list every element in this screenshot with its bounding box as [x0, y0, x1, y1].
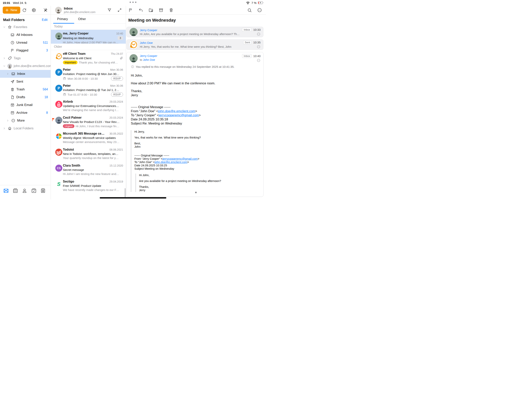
recipient-name[interactable]: John Doe	[143, 58, 155, 61]
list-item[interactable]: P PeterMon 30.06 Invitation: Project mee…	[51, 82, 126, 98]
email-link[interactable]: jerrycooperemc@gmail.com	[162, 157, 198, 160]
attachment-icon	[120, 56, 123, 60]
email-link[interactable]: john.doe@e.emclient.com	[158, 109, 195, 113]
inbox-tray-icon	[10, 32, 15, 37]
conversation-subject: Meeting on Wednesday	[126, 15, 266, 27]
tab-primary[interactable]: Primary	[52, 15, 73, 23]
avatar	[55, 32, 62, 39]
status-bar: 15:01 Wed 24. 9. 7 %	[0, 0, 266, 6]
expand-button[interactable]	[117, 8, 122, 13]
settings-gear-button[interactable]	[31, 8, 36, 13]
todoist-logo-icon	[55, 149, 62, 156]
sidebar-item-drafts[interactable]: Drafts 18	[0, 93, 51, 101]
sidebar-item-junk[interactable]: Junk Email	[0, 101, 51, 109]
list-item[interactable]: Cecil Palmer20.03.2024 New Visuals for P…	[51, 114, 126, 130]
drafts-count: 18	[44, 96, 48, 99]
reading-pane: Meeting on Wednesday Jerry Cooper Hi Joh…	[126, 6, 266, 200]
avatar	[129, 28, 138, 36]
contacts-tab-icon[interactable]	[22, 188, 27, 194]
message-more-button[interactable]	[257, 58, 260, 62]
message-more-button[interactable]	[257, 32, 260, 36]
mail-tab-icon[interactable]	[3, 188, 9, 194]
reply-button[interactable]	[138, 8, 143, 13]
archive-icon	[10, 110, 15, 115]
urgent-tag: Urgent	[63, 124, 74, 128]
battery-percent: 7 %	[251, 1, 256, 5]
battery-icon	[258, 1, 264, 5]
status-date: Wed 24. 9.	[13, 1, 27, 5]
invitation-icon	[63, 93, 66, 96]
edit-folders-button[interactable]: Edit	[42, 18, 48, 22]
delete-button[interactable]	[169, 8, 174, 13]
unpin-sidebar-button[interactable]	[43, 8, 48, 13]
collapsed-message[interactable]: Jerry Cooper Hi John, Are you available …	[126, 27, 263, 37]
sidebar-group-tags[interactable]: Tags	[0, 54, 51, 62]
sidebar-item-archive[interactable]: Archive 8	[0, 109, 51, 117]
new-button[interactable]: New	[3, 7, 20, 14]
sidebar-group-local-folders[interactable]: Local Folders	[0, 124, 51, 132]
sidebar-item-more[interactable]: More	[0, 117, 51, 124]
flagged-count: 3	[46, 49, 48, 52]
account-avatar	[7, 64, 12, 68]
folder-badge: Sent	[243, 40, 252, 44]
sidebar-group-account[interactable]: john.doe@e.emclient.com	[0, 62, 51, 70]
search-button[interactable]	[247, 8, 252, 13]
junk-icon	[10, 103, 15, 107]
sidebar-item-sent[interactable]: Sent	[0, 78, 51, 85]
rsvp-button[interactable]: RSVP	[111, 76, 123, 81]
list-item[interactable]: eM Client TeamThu 24.07 Welcome to eM Cl…	[51, 50, 126, 66]
home-icon	[7, 126, 12, 131]
list-item[interactable]: Todoist08.06.2021 New in Todoist: workfl…	[51, 146, 126, 162]
list-header[interactable]: Inbox john.doe@e.emclient.com	[51, 6, 126, 15]
important-tag: Important	[63, 61, 77, 64]
info-icon	[131, 65, 134, 68]
list-item[interactable]: P PeterMon 30.06 Invitation: Project mee…	[51, 66, 126, 82]
email-link[interactable]: john.doe@e.emclient.com	[155, 161, 187, 164]
email-link[interactable]: jerrycooperemc@gmail.com	[159, 113, 199, 117]
list-item[interactable]: Microsoft 365 Message ce…30.05.2022 Week…	[51, 130, 126, 146]
list-scrollbar[interactable]	[125, 188, 126, 198]
tasks-tab-icon[interactable]	[31, 188, 37, 194]
flag-button[interactable]	[128, 8, 133, 13]
message-header[interactable]: Jerry Cooper to John Doe Inbox 10:40	[127, 52, 263, 62]
message-more-button[interactable]	[257, 45, 260, 49]
list-item[interactable]: me, Jerry Cooper10:40 Meeting on Wednesd…	[51, 30, 126, 44]
list-item[interactable]: CS Clara Smith15.12.2020 Secret message …	[51, 162, 126, 178]
sender-name[interactable]: John Doe	[140, 41, 241, 45]
sidebar-item-all-inboxes[interactable]: All Inboxes	[0, 31, 51, 39]
expanded-message: Jerry Cooper to John Doe Inbox 10:40 You…	[126, 52, 263, 197]
rsvp-button[interactable]: RSVP	[111, 92, 123, 97]
home-indicator[interactable]	[100, 197, 166, 199]
sidebar-item-unread[interactable]: Unread 511	[0, 39, 51, 46]
quoted-message: Hi Jerry, Yes, that works for me. What t…	[131, 130, 259, 192]
ellipsis-circle-icon	[11, 118, 16, 123]
sidebar-item-inbox[interactable]: Inbox	[0, 70, 51, 78]
filter-button[interactable]	[107, 8, 112, 13]
sidebar-group-favorites[interactable]: Favorites	[0, 23, 51, 31]
emclient-logo-icon	[55, 53, 62, 60]
list-item[interactable]: S Sectigo29.04.2019 Free S/MIME Product …	[51, 178, 126, 194]
archive-button[interactable]	[158, 8, 164, 13]
sidebar-item-flagged[interactable]: Flagged 3	[0, 46, 51, 54]
move-to-folder-button[interactable]	[148, 8, 153, 13]
sender-name[interactable]: Jerry Cooper	[140, 28, 240, 32]
notes-tab-icon[interactable]	[40, 188, 46, 194]
refresh-button[interactable]	[22, 8, 27, 13]
trash-count: 564	[43, 88, 48, 91]
tab-other[interactable]: Other	[73, 15, 91, 23]
message-snippet: Hi Jerry, Yes, that works for me. What t…	[140, 45, 241, 48]
calendar-tab-icon[interactable]	[13, 188, 18, 194]
collapsed-message[interactable]: John Doe Hi Jerry, Yes, that works for m…	[126, 39, 263, 50]
sender-name[interactable]: Jerry Cooper	[140, 54, 240, 58]
multitasking-dots-icon[interactable]	[130, 1, 137, 3]
plus-icon	[5, 8, 9, 12]
send-icon	[10, 79, 15, 84]
chevron-down-icon	[2, 25, 6, 29]
document-icon	[10, 95, 15, 100]
list-item[interactable]: Airbnb29.03.2024 Updating our Extenuatin…	[51, 98, 126, 114]
replied-notice: You replied to this message on Wednesday…	[131, 65, 259, 68]
folder-badge: Inbox	[242, 54, 252, 58]
archive-count: 8	[46, 111, 48, 115]
more-button[interactable]	[257, 8, 262, 13]
sidebar-item-trash[interactable]: Trash 564	[0, 85, 51, 93]
